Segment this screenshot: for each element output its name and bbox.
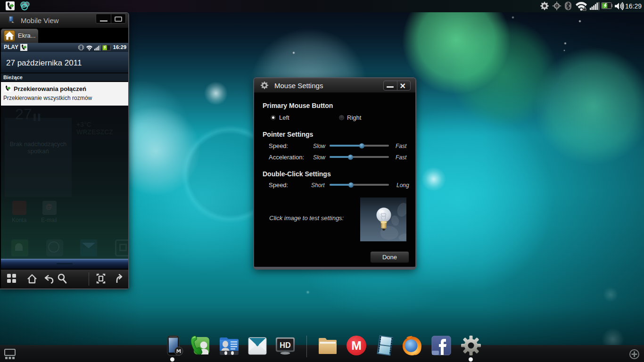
svg-text:HD: HD xyxy=(280,341,291,349)
svg-text:M: M xyxy=(351,338,362,353)
